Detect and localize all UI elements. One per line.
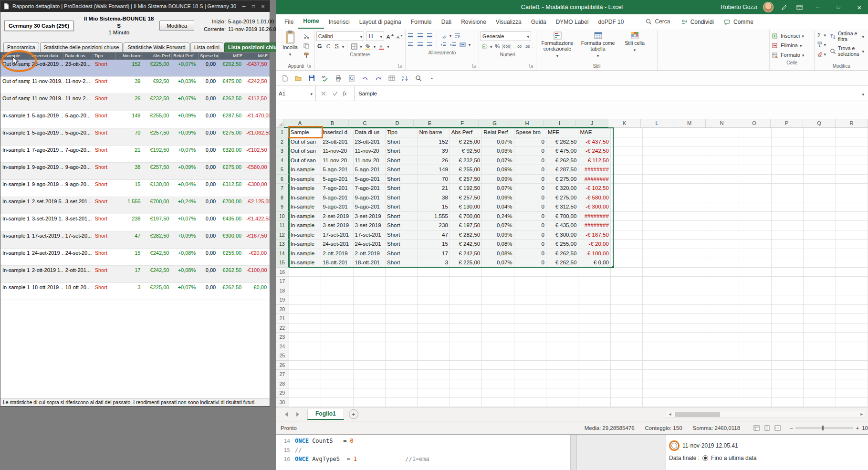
- cell-Q23[interactable]: [804, 333, 836, 342]
- cell-Q12[interactable]: [804, 230, 836, 240]
- row-header-23[interactable]: 23: [276, 333, 289, 342]
- cell-E20[interactable]: [418, 305, 450, 314]
- cell-J27[interactable]: [578, 370, 610, 379]
- status-count[interactable]: Conteggio: 150: [645, 425, 682, 431]
- cell-A29[interactable]: [289, 388, 321, 398]
- cell-Q21[interactable]: [804, 314, 836, 324]
- merge-center-icon[interactable]: [459, 41, 467, 48]
- column-header-P[interactable]: P: [771, 119, 803, 128]
- cell-R14[interactable]: [836, 249, 868, 259]
- cell-B17[interactable]: [321, 277, 353, 286]
- row-header-3[interactable]: 3: [276, 146, 289, 156]
- cell-E28[interactable]: [418, 379, 450, 389]
- cell-R9[interactable]: [836, 202, 868, 212]
- cell-E29[interactable]: [418, 388, 450, 398]
- cell-P16[interactable]: [772, 268, 804, 277]
- sheet-nav-right-icon[interactable]: [294, 410, 302, 418]
- cell-D12[interactable]: Short: [386, 230, 418, 240]
- cell-P8[interactable]: [772, 193, 804, 203]
- cell-R7[interactable]: [836, 184, 868, 193]
- cell-R25[interactable]: [836, 351, 868, 361]
- row-header-15[interactable]: 15: [276, 258, 289, 268]
- cell-N14[interactable]: [707, 249, 739, 259]
- cell-G28[interactable]: [482, 379, 514, 389]
- cell-Q5[interactable]: [804, 165, 836, 175]
- cell-B20[interactable]: [321, 305, 353, 314]
- cell-D7[interactable]: Short: [386, 184, 418, 193]
- cell-N22[interactable]: [707, 324, 739, 333]
- row-header-16[interactable]: 16: [276, 268, 289, 277]
- close-button[interactable]: [852, 0, 867, 14]
- cell-R4[interactable]: [836, 156, 868, 166]
- cell-Q30[interactable]: [804, 398, 836, 407]
- new-file-icon[interactable]: [280, 73, 290, 84]
- ribbon-tab-dymo-label[interactable]: DYMO Label: [551, 16, 594, 29]
- cell-N4[interactable]: [707, 156, 739, 166]
- cell-R23[interactable]: [836, 333, 868, 342]
- cell-Q9[interactable]: [804, 202, 836, 212]
- cell-I25[interactable]: [546, 351, 578, 361]
- cell-D4[interactable]: Short: [386, 156, 418, 166]
- cell-L14[interactable]: [643, 249, 675, 259]
- cell-M16[interactable]: [675, 268, 707, 277]
- cell-O7[interactable]: [739, 184, 771, 193]
- cell-L9[interactable]: [643, 202, 675, 212]
- cell-B3[interactable]: 11-nov-20: [321, 146, 353, 156]
- cell-L15[interactable]: [643, 258, 675, 268]
- maximize-button[interactable]: [249, 2, 258, 10]
- cell-A14[interactable]: In-sample: [289, 249, 321, 259]
- cell-Q8[interactable]: [804, 193, 836, 203]
- cell-I11[interactable]: € 435,00: [546, 221, 578, 230]
- cell-R8[interactable]: [836, 193, 868, 203]
- cell-A9[interactable]: In-sample: [289, 202, 321, 212]
- table-row[interactable]: In-sample 19-ago-2019 ...9-ago-20...Shor…: [0, 180, 270, 197]
- decrease-indent-icon[interactable]: [440, 41, 448, 48]
- cell-I24[interactable]: [546, 342, 578, 352]
- cell-C16[interactable]: [354, 268, 386, 277]
- cell-B4[interactable]: 11-nov-20: [321, 156, 353, 166]
- wrap-text-icon[interactable]: [453, 31, 461, 39]
- cell-G19[interactable]: [482, 295, 514, 305]
- cell-Q14[interactable]: [804, 249, 836, 259]
- cell-E19[interactable]: [418, 295, 450, 305]
- cell-L29[interactable]: [643, 388, 675, 398]
- cell-R18[interactable]: [836, 286, 868, 296]
- cell-M4[interactable]: [675, 156, 707, 166]
- dialog-launcher-icon[interactable]: [306, 62, 314, 69]
- cell-L1[interactable]: [643, 128, 675, 137]
- inking-icon[interactable]: [779, 2, 789, 12]
- table-row[interactable]: In-sample 117-set-2019 ...17-set-20...Sh…: [0, 231, 270, 249]
- cell-R30[interactable]: [836, 398, 868, 407]
- underline-button[interactable]: S: [334, 43, 340, 50]
- cell-C18[interactable]: [354, 286, 386, 296]
- cell-F10[interactable]: € 700,00: [450, 212, 482, 221]
- cell-C23[interactable]: [354, 333, 386, 342]
- cell-H1[interactable]: Spese bro: [514, 128, 546, 137]
- row-header-29[interactable]: 29: [276, 388, 289, 398]
- cell-K14[interactable]: [611, 249, 643, 259]
- cell-Q16[interactable]: [804, 268, 836, 277]
- cell-P17[interactable]: [772, 277, 804, 286]
- cell-G17[interactable]: [482, 277, 514, 286]
- cell-C30[interactable]: [354, 398, 386, 407]
- cell-K25[interactable]: [611, 351, 643, 361]
- cell-J16[interactable]: [578, 268, 610, 277]
- cell-B1[interactable]: Inserisci d: [321, 128, 353, 137]
- cell-K12[interactable]: [611, 230, 643, 240]
- cell-G7[interactable]: 0,07%: [482, 184, 514, 193]
- horizontal-scrollbar[interactable]: ◄ ►: [666, 411, 866, 418]
- cell-O14[interactable]: [739, 249, 771, 259]
- percent-style-button[interactable]: %: [494, 43, 501, 49]
- cell-B26[interactable]: [321, 361, 353, 370]
- cell-F11[interactable]: € 197,50: [450, 221, 482, 230]
- cell-I19[interactable]: [546, 295, 578, 305]
- cell-B21[interactable]: [321, 314, 353, 324]
- cell-G1[interactable]: Relat Perf: [482, 128, 514, 137]
- column-header-C[interactable]: C: [349, 119, 381, 128]
- cell-G12[interactable]: 0,09%: [482, 230, 514, 240]
- cell-C6[interactable]: 5-ago-201: [354, 175, 386, 184]
- cell-L18[interactable]: [643, 286, 675, 296]
- redo-icon[interactable]: [373, 73, 384, 84]
- cell-D3[interactable]: Short: [386, 146, 418, 156]
- cell-A16[interactable]: [289, 268, 321, 277]
